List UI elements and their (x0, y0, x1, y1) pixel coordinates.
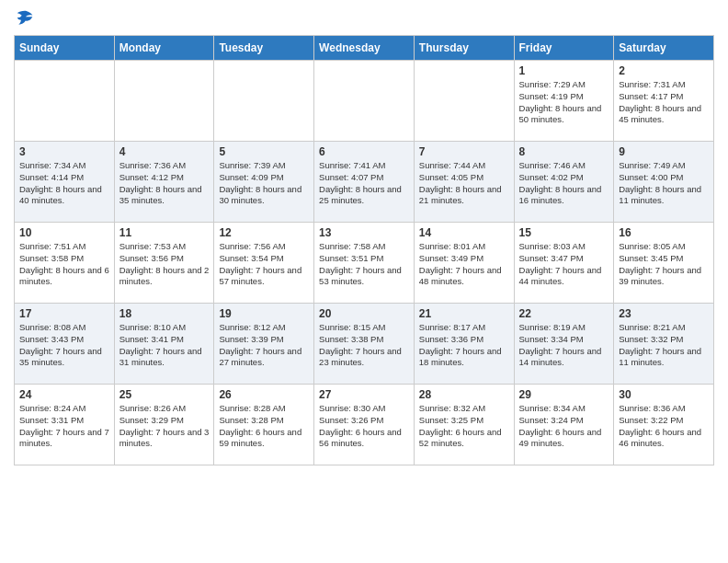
cell-info: Sunrise: 8:34 AM Sunset: 3:24 PM Dayligh… (519, 403, 609, 450)
day-number: 6 (319, 145, 409, 158)
calendar-cell: 16Sunrise: 8:05 AM Sunset: 3:45 PM Dayli… (614, 223, 714, 304)
weekday-header-friday: Friday (514, 36, 614, 61)
cell-info: Sunrise: 7:51 AM Sunset: 3:58 PM Dayligh… (19, 241, 109, 288)
calendar-cell: 3Sunrise: 7:34 AM Sunset: 4:14 PM Daylig… (15, 142, 115, 223)
day-number: 22 (519, 307, 609, 320)
day-number: 2 (619, 64, 709, 77)
calendar-cell: 25Sunrise: 8:26 AM Sunset: 3:29 PM Dayli… (114, 385, 214, 465)
day-number: 25 (119, 388, 210, 401)
day-number: 18 (119, 307, 210, 320)
calendar-cell: 8Sunrise: 7:46 AM Sunset: 4:02 PM Daylig… (514, 142, 614, 223)
calendar-cell: 20Sunrise: 8:15 AM Sunset: 3:38 PM Dayli… (314, 304, 415, 385)
week-row-3: 10Sunrise: 7:51 AM Sunset: 3:58 PM Dayli… (15, 223, 714, 304)
calendar-cell: 24Sunrise: 8:24 AM Sunset: 3:31 PM Dayli… (15, 385, 115, 465)
weekday-header-wednesday: Wednesday (314, 36, 415, 61)
cell-info: Sunrise: 7:58 AM Sunset: 3:51 PM Dayligh… (319, 241, 409, 288)
cell-info: Sunrise: 7:53 AM Sunset: 3:56 PM Dayligh… (119, 241, 210, 288)
day-number: 3 (19, 145, 109, 158)
cell-info: Sunrise: 7:56 AM Sunset: 3:54 PM Dayligh… (219, 241, 309, 288)
day-number: 29 (519, 388, 609, 401)
calendar-cell: 17Sunrise: 8:08 AM Sunset: 3:43 PM Dayli… (15, 304, 115, 385)
cell-info: Sunrise: 7:31 AM Sunset: 4:17 PM Dayligh… (619, 79, 709, 126)
calendar-cell: 7Sunrise: 7:44 AM Sunset: 4:05 PM Daylig… (414, 142, 514, 223)
logo (14, 9, 34, 28)
cell-info: Sunrise: 8:36 AM Sunset: 3:22 PM Dayligh… (619, 403, 709, 450)
logo-bird-icon (16, 9, 34, 28)
day-number: 28 (419, 388, 509, 401)
day-number: 8 (519, 145, 609, 158)
day-number: 10 (19, 226, 109, 239)
calendar-cell: 19Sunrise: 8:12 AM Sunset: 3:39 PM Dayli… (214, 304, 314, 385)
calendar-cell (314, 61, 415, 142)
day-number: 26 (219, 388, 309, 401)
cell-info: Sunrise: 7:46 AM Sunset: 4:02 PM Dayligh… (519, 160, 609, 207)
cell-info: Sunrise: 8:10 AM Sunset: 3:41 PM Dayligh… (119, 322, 210, 369)
calendar-cell: 26Sunrise: 8:28 AM Sunset: 3:28 PM Dayli… (214, 385, 314, 465)
day-number: 24 (19, 388, 109, 401)
calendar-cell: 28Sunrise: 8:32 AM Sunset: 3:25 PM Dayli… (414, 385, 514, 465)
day-number: 4 (119, 145, 210, 158)
cell-info: Sunrise: 8:15 AM Sunset: 3:38 PM Dayligh… (319, 322, 409, 369)
day-number: 17 (19, 307, 109, 320)
day-number: 27 (319, 388, 409, 401)
calendar-cell: 12Sunrise: 7:56 AM Sunset: 3:54 PM Dayli… (214, 223, 314, 304)
cell-info: Sunrise: 7:29 AM Sunset: 4:19 PM Dayligh… (519, 79, 609, 126)
cell-info: Sunrise: 8:19 AM Sunset: 3:34 PM Dayligh… (519, 322, 609, 369)
weekday-header-row: SundayMondayTuesdayWednesdayThursdayFrid… (15, 36, 714, 61)
day-number: 15 (519, 226, 609, 239)
weekday-header-tuesday: Tuesday (214, 36, 314, 61)
day-number: 5 (219, 145, 309, 158)
calendar-cell: 6Sunrise: 7:41 AM Sunset: 4:07 PM Daylig… (314, 142, 415, 223)
day-number: 1 (519, 64, 609, 77)
calendar-cell: 11Sunrise: 7:53 AM Sunset: 3:56 PM Dayli… (114, 223, 214, 304)
calendar-cell: 23Sunrise: 8:21 AM Sunset: 3:32 PM Dayli… (614, 304, 714, 385)
day-number: 21 (419, 307, 509, 320)
calendar-cell: 10Sunrise: 7:51 AM Sunset: 3:58 PM Dayli… (15, 223, 115, 304)
cell-info: Sunrise: 8:21 AM Sunset: 3:32 PM Dayligh… (619, 322, 709, 369)
day-number: 7 (419, 145, 509, 158)
cell-info: Sunrise: 7:41 AM Sunset: 4:07 PM Dayligh… (319, 160, 409, 207)
calendar-cell: 29Sunrise: 8:34 AM Sunset: 3:24 PM Dayli… (514, 385, 614, 465)
calendar-table: SundayMondayTuesdayWednesdayThursdayFrid… (14, 35, 714, 465)
calendar-cell: 27Sunrise: 8:30 AM Sunset: 3:26 PM Dayli… (314, 385, 415, 465)
calendar-cell: 18Sunrise: 8:10 AM Sunset: 3:41 PM Dayli… (114, 304, 214, 385)
weekday-header-saturday: Saturday (614, 36, 714, 61)
calendar-cell: 2Sunrise: 7:31 AM Sunset: 4:17 PM Daylig… (614, 61, 714, 142)
calendar-cell: 9Sunrise: 7:49 AM Sunset: 4:00 PM Daylig… (614, 142, 714, 223)
calendar-cell (414, 61, 514, 142)
calendar-cell: 15Sunrise: 8:03 AM Sunset: 3:47 PM Dayli… (514, 223, 614, 304)
day-number: 20 (319, 307, 409, 320)
day-number: 23 (619, 307, 709, 320)
week-row-5: 24Sunrise: 8:24 AM Sunset: 3:31 PM Dayli… (15, 385, 714, 465)
day-number: 12 (219, 226, 309, 239)
calendar-cell: 13Sunrise: 7:58 AM Sunset: 3:51 PM Dayli… (314, 223, 415, 304)
cell-info: Sunrise: 8:17 AM Sunset: 3:36 PM Dayligh… (419, 322, 509, 369)
calendar-cell: 1Sunrise: 7:29 AM Sunset: 4:19 PM Daylig… (514, 61, 614, 142)
day-number: 14 (419, 226, 509, 239)
calendar-cell: 5Sunrise: 7:39 AM Sunset: 4:09 PM Daylig… (214, 142, 314, 223)
day-number: 16 (619, 226, 709, 239)
calendar-cell: 21Sunrise: 8:17 AM Sunset: 3:36 PM Dayli… (414, 304, 514, 385)
cell-info: Sunrise: 8:01 AM Sunset: 3:49 PM Dayligh… (419, 241, 509, 288)
cell-info: Sunrise: 8:32 AM Sunset: 3:25 PM Dayligh… (419, 403, 509, 450)
day-number: 19 (219, 307, 309, 320)
day-number: 30 (619, 388, 709, 401)
week-row-1: 1Sunrise: 7:29 AM Sunset: 4:19 PM Daylig… (15, 61, 714, 142)
week-row-2: 3Sunrise: 7:34 AM Sunset: 4:14 PM Daylig… (15, 142, 714, 223)
calendar-cell (114, 61, 214, 142)
cell-info: Sunrise: 8:26 AM Sunset: 3:29 PM Dayligh… (119, 403, 210, 450)
cell-info: Sunrise: 8:03 AM Sunset: 3:47 PM Dayligh… (519, 241, 609, 288)
cell-info: Sunrise: 7:34 AM Sunset: 4:14 PM Dayligh… (19, 160, 109, 207)
calendar-cell: 4Sunrise: 7:36 AM Sunset: 4:12 PM Daylig… (114, 142, 214, 223)
calendar-cell: 14Sunrise: 8:01 AM Sunset: 3:49 PM Dayli… (414, 223, 514, 304)
cell-info: Sunrise: 7:36 AM Sunset: 4:12 PM Dayligh… (119, 160, 210, 207)
cell-info: Sunrise: 8:24 AM Sunset: 3:31 PM Dayligh… (19, 403, 109, 450)
week-row-4: 17Sunrise: 8:08 AM Sunset: 3:43 PM Dayli… (15, 304, 714, 385)
weekday-header-monday: Monday (114, 36, 214, 61)
cell-info: Sunrise: 8:12 AM Sunset: 3:39 PM Dayligh… (219, 322, 309, 369)
header (14, 9, 714, 28)
calendar-cell (15, 61, 115, 142)
cell-info: Sunrise: 7:39 AM Sunset: 4:09 PM Dayligh… (219, 160, 309, 207)
cell-info: Sunrise: 8:05 AM Sunset: 3:45 PM Dayligh… (619, 241, 709, 288)
weekday-header-thursday: Thursday (414, 36, 514, 61)
